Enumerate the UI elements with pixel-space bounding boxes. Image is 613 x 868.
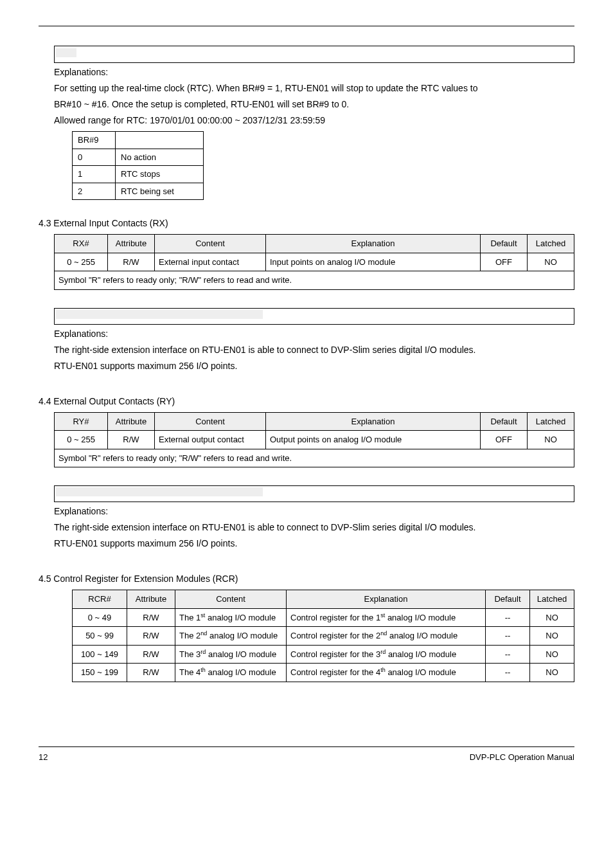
rcr-range: 50 ~ 99 [73,627,127,646]
rcr-def: -- [486,608,530,627]
sec43-h3: Explanation [266,235,481,253]
sec43-expl-l1: The right-side extension interface on RT… [54,343,574,357]
sec45-heading: 4.5 Control Register for Extension Modul… [39,572,574,586]
sec45-h5: Latched [530,590,574,609]
sec45-h3: Explanation [287,590,486,609]
rcr-latched: NO [530,608,574,627]
rcr-range: 0 ~ 49 [73,608,127,627]
rcr-content: The 1st analog I/O module [175,608,287,627]
sec44-attr: R/W [108,431,155,449]
br9-r2-d: RTC being set [116,183,204,200]
rcr-attr: R/W [127,627,175,646]
rcr-content: The 3rd analog I/O module [175,645,287,664]
rcr-expl: Control register for the 1st analog I/O … [287,608,486,627]
sec45-table: RCR# Attribute Content Explanation Defau… [72,590,574,682]
sec43-bar-container [54,308,574,325]
table-row: 100 ~ 149R/WThe 3rd analog I/O moduleCon… [73,645,574,664]
table-row: 150 ~ 199R/WThe 4th analog I/O moduleCon… [73,664,574,682]
sec45-h2: Content [175,590,287,609]
manual-title: DVP-PLC Operation Manual [470,751,574,764]
br9-line1: For setting up the real-time clock (RTC)… [54,82,574,95]
sec43-footnote: Symbol "R" refers to ready only; "R/W" r… [55,271,574,290]
rcr-range: 100 ~ 149 [73,645,127,664]
sec45-h4: Default [486,590,530,609]
sec44-expl: Output points on analog I/O module [266,431,481,449]
sec45-h0: RCR# [73,590,127,609]
sec43-rxn: 0 ~ 255 [55,253,108,271]
br9-r2-v: 2 [73,183,116,200]
rcr-attr: R/W [127,608,175,627]
rcr-expl: Control register for the 2nd analog I/O … [287,627,486,646]
sec44-h5: Latched [528,412,574,431]
sec44-ryn: 0 ~ 255 [55,431,108,449]
sec44-content: External output contact [155,431,266,449]
top-rule [39,26,574,26]
sec44-latched: NO [528,431,574,449]
br9-shaded-bar [56,48,76,57]
sec44-h0: RY# [55,412,108,431]
footer: 12 DVP-PLC Operation Manual [39,746,574,764]
br9-bar-container [54,46,574,63]
sec43-h1: Attribute [108,235,155,253]
br9-line3: Allowed range for RTC: 1970/01/01 00:00:… [54,114,574,127]
explanations-label: Explanations: [54,66,574,79]
sec44-expl-l1: The right-side extension interface on RT… [54,521,574,534]
br9-header: BR#9 [73,132,116,149]
sec43-def: OFF [481,253,528,271]
br9-table: BR#9 0No action 1RTC stops 2RTC being se… [72,131,204,200]
sec44-h2: Content [155,412,266,431]
rcr-content: The 4th analog I/O module [175,664,287,682]
sec44-h4: Default [481,412,528,431]
sec43-h4: Default [481,235,528,253]
sec44-shaded-bar [56,487,263,496]
rcr-content: The 2nd analog I/O module [175,627,287,646]
page-number: 12 [39,751,48,764]
sec43-h0: RX# [55,235,108,253]
rcr-range: 150 ~ 199 [73,664,127,682]
rcr-def: -- [486,664,530,682]
br9-r0-v: 0 [73,149,116,166]
sec45-h1: Attribute [127,590,175,609]
sec44-expl-l2: RTU-EN01 supports maximum 256 I/O points… [54,537,574,550]
rcr-attr: R/W [127,645,175,664]
sec43-h5: Latched [528,235,574,253]
sec44-footnote: Symbol "R" refers to ready only; "R/W" r… [55,449,574,467]
sec44-h3: Explanation [266,412,481,431]
br9-line2: BR#10 ~ #16. Once the setup is completed… [54,98,574,111]
table-row: 50 ~ 99R/WThe 2nd analog I/O moduleContr… [73,627,574,646]
table-row: 0 ~ 49R/WThe 1st analog I/O moduleContro… [73,608,574,627]
rcr-latched: NO [530,627,574,646]
sec43-expl-label: Explanations: [54,327,574,341]
br9-r0-d: No action [116,149,204,166]
sec44-table: RY# Attribute Content Explanation Defaul… [54,412,574,468]
rcr-def: -- [486,645,530,664]
sec43-table: RX# Attribute Content Explanation Defaul… [54,234,574,290]
sec43-expl: Input points on analog I/O module [266,253,481,271]
rcr-expl: Control register for the 3rd analog I/O … [287,645,486,664]
br9-r1-v: 1 [73,166,116,183]
sec44-h1: Attribute [108,412,155,431]
sec43-shaded-bar [56,310,263,319]
br9-header-empty [116,132,204,149]
sec43-h2: Content [155,235,266,253]
br9-r1-d: RTC stops [116,166,204,183]
sec44-heading: 4.4 External Output Contacts (RY) [39,395,574,408]
rcr-expl: Control register for the 4th analog I/O … [287,664,486,682]
sec43-attr: R/W [108,253,155,271]
sec43-expl-l2: RTU-EN01 supports maximum 256 I/O points… [54,359,574,373]
sec44-def: OFF [481,431,528,449]
rcr-latched: NO [530,664,574,682]
sec44-expl-label: Explanations: [54,505,574,518]
rcr-attr: R/W [127,664,175,682]
sec44-bar-container [54,485,574,502]
sec43-latched: NO [528,253,574,271]
sec43-heading: 4.3 External Input Contacts (RX) [39,217,574,230]
sec43-content: External input contact [155,253,266,271]
rcr-latched: NO [530,645,574,664]
rcr-def: -- [486,627,530,646]
